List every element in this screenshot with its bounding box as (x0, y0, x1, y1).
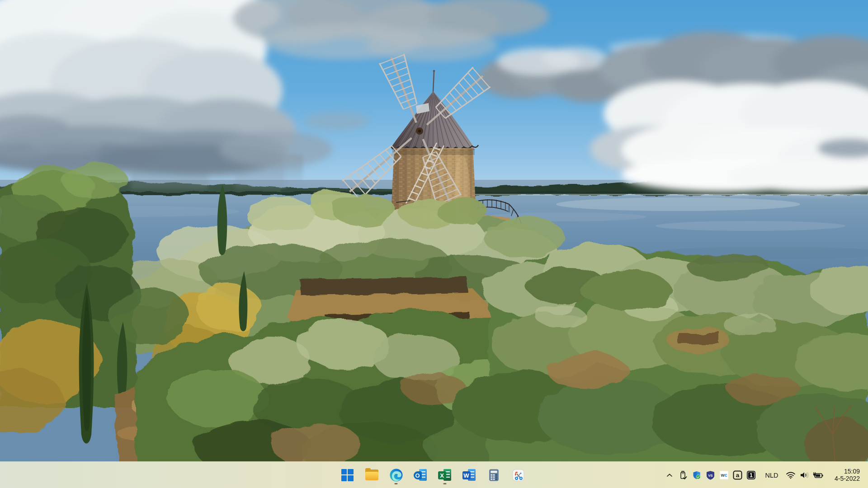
excel-icon: X (438, 468, 452, 482)
outlook-letter: O (414, 471, 422, 479)
one-badge-icon: 1 (746, 470, 756, 480)
clock-time: 15:09 (826, 468, 860, 475)
tray-wc-button[interactable]: wc (717, 466, 731, 484)
excel-letter: X (438, 471, 446, 479)
edge-running-indicator (395, 483, 398, 484)
tray-clock[interactable]: 15:09 4-5-2022 (826, 468, 860, 482)
clock-date: 4-5-2022 (826, 475, 860, 483)
tray-one-badge-button[interactable]: 1 (744, 466, 758, 484)
a-badge-icon: a (733, 470, 742, 480)
word-letter: W (462, 471, 471, 479)
excel-running-indicator (443, 483, 447, 484)
tray-volume-button[interactable] (797, 466, 811, 484)
outlook-icon: O (414, 468, 428, 482)
taskbar-word-button[interactable]: W (459, 465, 480, 485)
taskbar-outlook-button[interactable]: O (410, 465, 431, 485)
taskbar-start-button[interactable] (337, 465, 358, 485)
svg-text:wc: wc (720, 472, 727, 478)
taskbar-edge-button[interactable] (386, 465, 406, 485)
taskbar-excel-button[interactable]: X (434, 465, 455, 485)
usb-eject-icon (679, 470, 687, 480)
tray-a-badge-button[interactable]: a (731, 466, 744, 484)
desktop-wallpaper (0, 0, 868, 488)
taskbar-pinned-apps: O X W (337, 465, 528, 485)
taskbar-calculator-button[interactable] (483, 465, 504, 485)
tray-show-hidden-icons-button[interactable] (663, 466, 676, 484)
vs-badge-icon: VS (706, 471, 715, 480)
system-tray: VS wc a 1 NLD (663, 462, 868, 488)
tray-wifi-button[interactable] (784, 466, 797, 484)
windows-start-icon (341, 469, 354, 481)
chevron-up-icon (666, 473, 673, 477)
tray-usb-eject-button[interactable] (676, 466, 690, 484)
tray-battery-button[interactable] (811, 466, 825, 484)
security-shield-icon (692, 471, 701, 480)
snipping-tool-icon (511, 468, 525, 482)
language-indicator[interactable]: NLD (761, 472, 782, 479)
a-badge-text: a (736, 472, 739, 479)
word-icon: W (462, 468, 476, 482)
taskbar: O X W (0, 461, 868, 488)
tray-visual-studio-button[interactable]: VS (703, 466, 717, 484)
shoreline-glint (434, 194, 868, 196)
wifi-icon (786, 471, 796, 479)
vs-badge-text: VS (708, 473, 712, 477)
battery-charging-icon (812, 472, 824, 479)
taskbar-snipping-tool-button[interactable] (508, 465, 528, 485)
calculator-icon (487, 468, 501, 482)
taskbar-file-explorer-button[interactable] (361, 465, 382, 485)
wc-badge-icon: wc (720, 471, 728, 479)
edge-icon (389, 468, 403, 482)
file-explorer-icon (365, 469, 379, 481)
speaker-icon (800, 471, 809, 479)
tray-windows-security-button[interactable] (690, 466, 703, 484)
one-badge-text: 1 (750, 472, 753, 479)
